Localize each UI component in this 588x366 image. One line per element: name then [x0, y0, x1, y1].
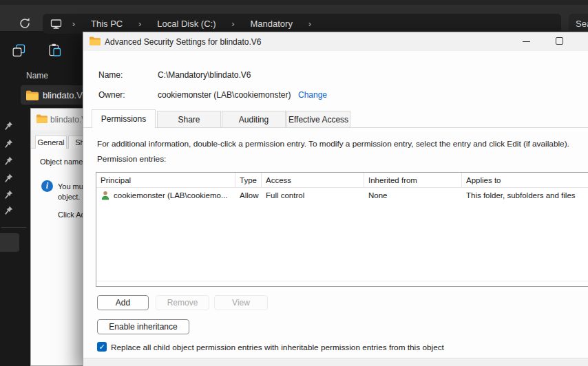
breadcrumb-local-disk-c[interactable]: Local Disk (C:): [151, 19, 221, 29]
breadcrumb-this-pc[interactable]: This PC: [85, 19, 128, 29]
view-button: View: [214, 295, 268, 310]
tab-auditing[interactable]: Auditing: [222, 111, 286, 128]
copy-icon[interactable]: [12, 44, 25, 57]
advanced-security-dialog: Advanced Security Settings for blindato.…: [83, 32, 588, 366]
cell-type: Allow: [235, 188, 262, 203]
table-row[interactable]: cookiemonster (LAB\cookiemo... Allow Ful…: [96, 188, 588, 203]
paste-icon[interactable]: [48, 43, 61, 56]
object-name-label: Object name: [40, 158, 83, 166]
pin-icon[interactable]: [3, 190, 13, 200]
replace-child-permissions-checkbox[interactable]: [97, 342, 107, 352]
file-name-label: blindato.V6: [43, 90, 83, 100]
header-access[interactable]: Access: [262, 173, 364, 187]
properties-title-bar: blindato.V: [31, 109, 83, 130]
change-owner-link[interactable]: Change: [298, 90, 327, 100]
pin-icon[interactable]: [3, 121, 13, 131]
refresh-icon[interactable]: [18, 17, 32, 30]
properties-tab-general[interactable]: General: [35, 136, 67, 149]
cell-applies-to: This folder, subfolders and files: [462, 188, 588, 203]
nav-divider: [1, 227, 26, 228]
dialog-title-text: Advanced Security Settings for blindato.…: [105, 37, 261, 47]
add-button[interactable]: Add: [97, 295, 149, 310]
column-header-name[interactable]: Name: [26, 71, 48, 80]
screen: › This PC › Local Disk (C:) › Mandatory …: [0, 0, 588, 366]
search-input[interactable]: Sea: [569, 14, 588, 34]
permissions-help-text: For additional information, double-click…: [97, 139, 588, 149]
cell-principal: cookiemonster (LAB\cookiemo...: [96, 188, 235, 203]
cell-principal-text: cookiemonster (LAB\cookiemo...: [114, 191, 228, 200]
properties-info-text: Click Ad: [58, 211, 83, 219]
explorer-address-bar-row: › This PC › Local Disk (C:) › Mandatory …: [0, 5, 588, 31]
breadcrumb-chevron-icon[interactable]: ›: [221, 19, 244, 29]
header-inherited-from[interactable]: Inherited from: [364, 173, 462, 187]
maximize-icon: [556, 37, 563, 45]
header-applies-to[interactable]: Applies to: [462, 173, 588, 187]
replace-child-permissions-label: Replace all child object permission entr…: [111, 343, 444, 352]
dialog-title-bar: Advanced Security Settings for blindato.…: [83, 32, 588, 51]
properties-tab-sharing[interactable]: Sha: [68, 136, 83, 149]
owner-label: Owner:: [98, 90, 125, 100]
permission-entries-label: Permission entries:: [97, 154, 166, 164]
name-value: C:\Mandatory\blindato.V6: [158, 70, 251, 80]
tab-permissions[interactable]: Permissions: [92, 109, 156, 128]
enable-inheritance-button[interactable]: Enable inheritance: [97, 319, 189, 334]
nav-selected-item[interactable]: [0, 233, 19, 252]
table-inner-line: [96, 281, 588, 281]
properties-info-text: You mus: [58, 182, 83, 191]
explorer-tab-strip: [0, 0, 588, 5]
minimize-icon: [523, 41, 530, 42]
search-text: Sea: [576, 19, 588, 29]
tab-share[interactable]: Share: [157, 111, 221, 128]
properties-info-text: object.: [58, 193, 80, 201]
properties-title-text: blindato.V: [50, 115, 83, 125]
folder-icon: [36, 114, 48, 123]
cell-access: Full control: [262, 188, 364, 203]
minimize-button[interactable]: [517, 32, 536, 51]
folder-icon: [90, 36, 101, 45]
header-principal[interactable]: Principal: [96, 173, 235, 187]
dialog-footer: [83, 358, 588, 366]
user-icon: [101, 191, 110, 200]
breadcrumb-chevron-icon[interactable]: ›: [62, 19, 85, 29]
address-breadcrumb-bar[interactable]: › This PC › Local Disk (C:) › Mandatory …: [43, 14, 561, 34]
file-row-blindato[interactable]: blindato.V6: [21, 85, 83, 105]
info-icon: i: [41, 180, 53, 192]
properties-tab-page: [31, 148, 83, 366]
breadcrumb-chevron-icon[interactable]: ›: [128, 19, 151, 29]
remove-button: Remove: [156, 295, 209, 310]
name-label: Name:: [98, 70, 123, 80]
breadcrumb-mandatory[interactable]: Mandatory: [244, 19, 297, 29]
permission-entries-table[interactable]: Principal Type Access Inherited from App…: [96, 172, 588, 287]
maximize-button[interactable]: [550, 32, 569, 51]
header-type[interactable]: Type: [235, 173, 262, 187]
pin-icon[interactable]: [3, 156, 13, 166]
tab-effective-access[interactable]: Effective Access: [286, 111, 350, 128]
tab-underline: [83, 127, 588, 128]
cell-inherited-from: None: [364, 188, 462, 203]
owner-value: cookiemonster (LAB\cookiemonster): [158, 90, 291, 100]
breadcrumb-chevron-icon[interactable]: ›: [298, 19, 322, 29]
table-header-row: Principal Type Access Inherited from App…: [96, 173, 588, 188]
pin-icon[interactable]: [3, 173, 13, 183]
this-pc-monitor-icon: [50, 19, 62, 30]
pin-icon[interactable]: [3, 139, 13, 149]
folder-icon: [26, 90, 39, 100]
properties-dialog: blindato.V General Sha Object name i You…: [30, 108, 83, 366]
pin-icon[interactable]: [3, 206, 13, 215]
